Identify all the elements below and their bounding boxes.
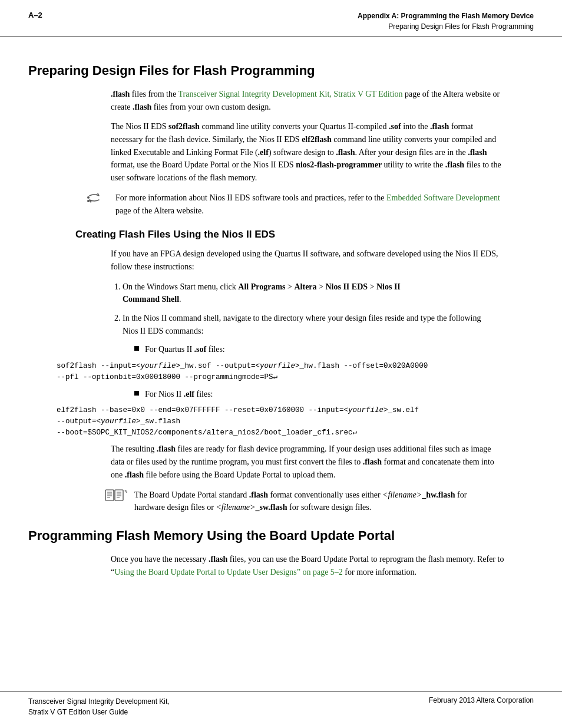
numbered-list: On the Windows Start menu, click All Pro…	[123, 281, 498, 338]
page-number: A–2	[28, 11, 42, 19]
svg-point-0	[87, 196, 90, 199]
section1-note: For more information about Nios II EDS s…	[87, 192, 505, 217]
tip-mid: format conventionally uses either	[268, 490, 382, 499]
section1-para2: The Nios II EDS sof2flash command line u…	[111, 120, 505, 184]
elf2flash-bold: elf2flash	[302, 135, 332, 144]
tip-italic1: <filename>	[382, 490, 422, 499]
section2-result: The resulting .flash files are ready for…	[111, 443, 505, 481]
page: A–2 Appendix A: Programming the Flash Me…	[0, 0, 562, 728]
step1-bold3: Nios II EDS	[325, 282, 368, 291]
result-flash3: .flash	[125, 470, 144, 479]
svg-rect-7	[115, 490, 123, 500]
section1-note-text: For more information about Nios II EDS s…	[115, 192, 505, 217]
section3-end: for more information.	[343, 568, 416, 577]
page-footer: Transceiver Signal Integrity Development…	[0, 691, 562, 717]
bullet1-label: For Quartus II	[145, 345, 194, 354]
note-arrows-icon	[87, 193, 111, 206]
flash-bold4: .flash	[445, 160, 464, 169]
step1-sep1: >	[286, 282, 295, 291]
footer-line1: Transceiver Signal Integrity Development…	[28, 696, 170, 707]
flash-bold2: .flash	[336, 148, 355, 157]
tip-bold3: _sw.flash	[256, 503, 287, 512]
section2-tip-text: The Board Update Portal standard .flash …	[134, 489, 498, 514]
main-content: Preparing Design Files for Flash Program…	[0, 37, 562, 597]
section2-tip: ✎ The Board Update Portal standard .flas…	[105, 489, 498, 514]
section1-heading: Preparing Design Files for Flash Program…	[28, 63, 534, 78]
result-flash: .flash	[157, 444, 176, 453]
bullet-sof-text: For Quartus II .sof files:	[145, 343, 225, 356]
section3-para: Once you have the necessary .flash files…	[111, 553, 505, 578]
header-title: Appendix A: Programming the Flash Memory…	[358, 11, 534, 32]
svg-rect-2	[105, 490, 114, 500]
tip-bold1: .flash	[249, 490, 268, 499]
sof2flash-bold: sof2flash	[168, 122, 200, 131]
bullet2-bold: .elf	[184, 390, 194, 398]
step1-before: On the Windows Start menu, click	[123, 282, 238, 291]
note-text-before: For more information about Nios II EDS s…	[115, 193, 386, 202]
section1-para1-mid: files from the	[130, 90, 178, 98]
tip-bold2: _hw.flash	[422, 490, 455, 499]
section1-para1-end: files from your own custom design.	[151, 103, 271, 111]
flash-bold1: .flash	[430, 122, 449, 131]
footer-right: February 2013 Altera Corporation	[429, 696, 534, 704]
section3-bold: .flash	[209, 555, 227, 564]
bullet-sof: For Quartus II .sof files:	[134, 343, 498, 356]
svg-text:✎: ✎	[124, 489, 127, 495]
tip-end: for software design files.	[287, 503, 372, 512]
bullet2-end: files:	[194, 390, 213, 398]
page-header: A–2 Appendix A: Programming the Flash Me…	[0, 0, 562, 37]
section3-before: Once you have the necessary	[111, 555, 209, 564]
elf-bold: .elf	[258, 148, 269, 157]
bullet-icon-1	[134, 346, 139, 351]
board-update-link[interactable]: Using the Board Update Portal to Update …	[114, 568, 343, 577]
bullet1-bold: .sof	[194, 345, 207, 354]
transceiver-link[interactable]: Transceiver Signal Integrity Development…	[178, 90, 402, 98]
footer-left: Transceiver Signal Integrity Development…	[28, 696, 170, 717]
bullet-elf: For Nios II .elf files:	[134, 388, 498, 401]
flash-bold3: .flash	[468, 148, 487, 157]
step1-bold1: All Programs	[238, 282, 285, 291]
sof-bold: .sof	[389, 122, 401, 131]
section1-bold1: .flash	[111, 90, 130, 98]
section3-heading: Programming Flash Memory Using the Board…	[28, 528, 534, 543]
book-icon: ✎	[105, 489, 131, 504]
bullet1-end: files:	[206, 345, 225, 354]
section1-bold2: .flash	[133, 103, 151, 111]
section1-para1: .flash files from the Transceiver Signal…	[111, 88, 505, 113]
code-block-elf: elf2flash --base=0x0 --end=0x07FFFFFF --…	[57, 405, 505, 438]
bullet2-label: For Nios II	[145, 390, 184, 398]
header-main-title: Appendix A: Programming the Flash Memory…	[358, 11, 534, 21]
bullet-elf-text: For Nios II .elf files:	[145, 388, 213, 401]
step2-text: In the Nios II command shell, navigate t…	[123, 314, 481, 335]
footer-line2: Stratix V GT Edition User Guide	[28, 707, 170, 717]
code-block-sof: sof2flash --input=<yourfile>_hw.sof --ou…	[57, 361, 505, 383]
result-flash2: .flash	[363, 457, 382, 466]
tip-before: The Board Update Portal standard	[134, 490, 249, 499]
step1-sep2: >	[317, 282, 326, 291]
step1-after: .	[179, 295, 181, 304]
section2-heading: Creating Flash Files Using the Nios II E…	[75, 229, 534, 241]
tip-italic2: <filename>	[216, 503, 255, 512]
section2-intro: If you have an FPGA design developed usi…	[111, 248, 505, 273]
step1-sep3: >	[368, 282, 376, 291]
step1-bold2: Altera	[294, 282, 316, 291]
list-item-1: On the Windows Start menu, click All Pro…	[123, 281, 498, 306]
embedded-software-link[interactable]: Embedded Software Development	[386, 193, 500, 202]
programmer-bold: nios2-flash-programmer	[296, 160, 382, 169]
header-sub-title: Preparing Design Files for Flash Program…	[358, 21, 534, 32]
note-text-end: page of the Altera website.	[115, 206, 204, 215]
svg-point-1	[87, 200, 90, 202]
list-item-2: In the Nios II command shell, navigate t…	[123, 312, 498, 337]
bullet-icon-2	[134, 391, 139, 396]
